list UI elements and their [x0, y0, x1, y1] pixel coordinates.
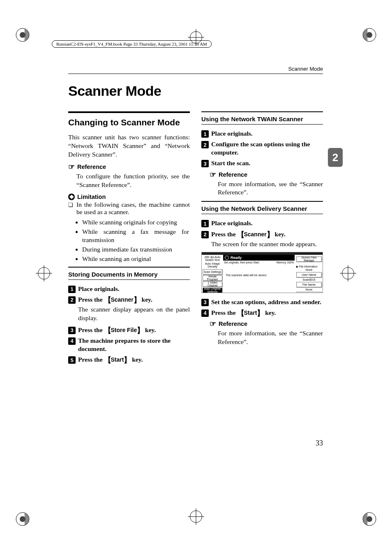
reference-body: For more information, see the “Scanner R…	[218, 180, 323, 197]
reference-body: To configure the function priority, see …	[76, 172, 190, 189]
panel-button: Stored Files Manage	[296, 256, 322, 262]
reference-label: Reference	[219, 171, 247, 178]
page-number: 33	[316, 439, 323, 448]
reference-icon: ☞	[210, 320, 216, 328]
crop-mark-icon	[361, 510, 378, 528]
subsection-delivery: Using the Network Delivery Scanner	[201, 201, 323, 214]
limitation-heading: ❖ Limitation	[68, 194, 190, 200]
step-1: 1Place originals.	[201, 129, 323, 138]
subsection-storing: Storing Documents in Memory	[68, 267, 190, 280]
step-number-icon: 1	[68, 286, 76, 293]
step-3: 3Set the scan options, address and sende…	[201, 298, 323, 306]
reference-body: For more information, see the “Scanner R…	[218, 329, 323, 346]
step-text: Start the scan.	[211, 159, 250, 167]
panel-button: Password	[296, 292, 322, 293]
step-text: Configure the scan options using the com…	[211, 140, 323, 157]
chapter-tab: 2	[328, 148, 343, 167]
limitation-label: Limitation	[77, 194, 106, 200]
step-2: 2 Press the 【Scanner】 key.	[68, 295, 190, 304]
step-number-icon: 2	[201, 231, 209, 238]
step-number-icon: 1	[201, 220, 209, 227]
reference-heading: ☞ Reference	[210, 320, 323, 328]
step-body: The screen for the scanner mode appears.	[211, 240, 323, 249]
step-number-icon: 5	[68, 356, 76, 364]
limitation-list: ❏In the following cases, the machine can…	[68, 201, 190, 216]
reference-icon: ☞	[210, 171, 216, 178]
right-column: Using the Network TWAIN Scanner 1Place o…	[201, 111, 323, 365]
panel-button: Recall Program	[203, 275, 222, 281]
step-text: Place originals.	[78, 285, 120, 293]
step-number-icon: 3	[201, 299, 209, 306]
step-text: Press the 【Start】 key.	[211, 309, 276, 317]
svg-point-5	[367, 32, 372, 38]
step-text: Set the scan options, address and sender…	[211, 298, 321, 306]
step-4: 4 Press the 【Start】 key.	[201, 309, 323, 317]
step-body: The scanner display appears on the panel…	[78, 305, 190, 323]
reference-label: Reference	[77, 164, 106, 170]
panel-button: 1 Sided Original	[203, 282, 222, 287]
intro-paragraph: This scanner unit has two scanner functi…	[68, 133, 190, 159]
list-item: While scanning an original	[82, 255, 190, 263]
list-item: While scanning a fax message for transmi…	[82, 228, 190, 244]
limitation-intro: In the following cases, the machine cann…	[76, 201, 190, 216]
step-4: 4 The machine prepares to store the docu…	[68, 337, 190, 353]
crop-mark-icon	[361, 26, 378, 44]
step-text: Press the 【Store File】 key.	[78, 326, 156, 334]
svg-point-11	[367, 516, 372, 522]
step-2: 2Configure the scan options using the co…	[201, 140, 323, 157]
step-3: 3Start the scan.	[201, 159, 323, 167]
step-number-icon: 4	[201, 309, 209, 317]
section-changing-mode: Changing to Scanner Mode	[68, 111, 190, 127]
crop-mark-icon	[14, 510, 31, 528]
list-item: During immediate fax transmission	[82, 245, 190, 254]
registration-target-icon	[342, 267, 354, 279]
step-text: Press the 【Start】 key.	[78, 355, 143, 364]
panel-mid-text: The scanned data will be stored.	[226, 274, 267, 277]
page-title: Scanner Mode	[68, 83, 323, 99]
square-bullet-icon: ❏	[68, 201, 73, 216]
limitation-bullets: While scanning originals for copying Whi…	[82, 218, 190, 263]
subsection-twain: Using the Network TWAIN Scanner	[201, 111, 323, 125]
registration-target-icon	[38, 267, 50, 279]
panel-button: Scan Settings	[203, 269, 222, 275]
left-column: Changing to Scanner Mode This scanner un…	[68, 111, 190, 365]
list-item: While scanning originals for copying	[82, 218, 190, 226]
step-text: Press the 【Scanner】 key.	[211, 230, 286, 238]
registration-target-icon	[190, 510, 202, 523]
step-5: 5 Press the 【Start】 key.	[68, 355, 190, 364]
svg-point-2	[20, 32, 25, 38]
step-number-icon: 3	[201, 160, 209, 167]
reference-icon: ☞	[68, 163, 75, 171]
step-text: The machine prepares to store the docume…	[78, 337, 190, 353]
print-meta-line: RussianC2-EN-sysF1_V4_FM.book Page 33 Th…	[52, 40, 212, 48]
crop-mark-icon	[14, 26, 31, 44]
scanner-panel-screenshot: Ready Set originals, then press Start.Me…	[201, 252, 323, 293]
step-text: Place originals.	[211, 129, 253, 138]
ready-dot-icon	[225, 256, 229, 260]
step-number-icon: 2	[201, 141, 209, 148]
reference-label: Reference	[219, 321, 247, 327]
step-number-icon: 3	[68, 327, 76, 334]
step-number-icon: 4	[68, 337, 76, 345]
page-body: Scanner Mode 2 Scanner Mode Changing to …	[68, 66, 323, 365]
svg-point-8	[20, 516, 25, 522]
panel-button: Auto Original Settings	[203, 288, 222, 293]
step-2: 2 Press the 【Scanner】 key.	[201, 230, 323, 238]
reference-heading: ☞ Reference	[68, 163, 190, 171]
reference-heading: ☞ Reference	[210, 171, 323, 178]
step-number-icon: 2	[68, 296, 76, 304]
step-3: 3 Press the 【Store File】 key.	[68, 326, 190, 334]
step-text: Press the 【Scanner】 key.	[78, 295, 152, 304]
step-text: Place originals.	[211, 219, 253, 227]
step-number-icon: 1	[201, 130, 209, 138]
panel-button: User Name	[296, 272, 322, 277]
panel-button: File Name	[296, 282, 322, 287]
step-1: 1 Place originals.	[68, 285, 190, 293]
running-head: Scanner Mode	[68, 66, 323, 74]
limitation-icon: ❖	[68, 194, 75, 200]
step-1: 1Place originals.	[201, 219, 323, 227]
